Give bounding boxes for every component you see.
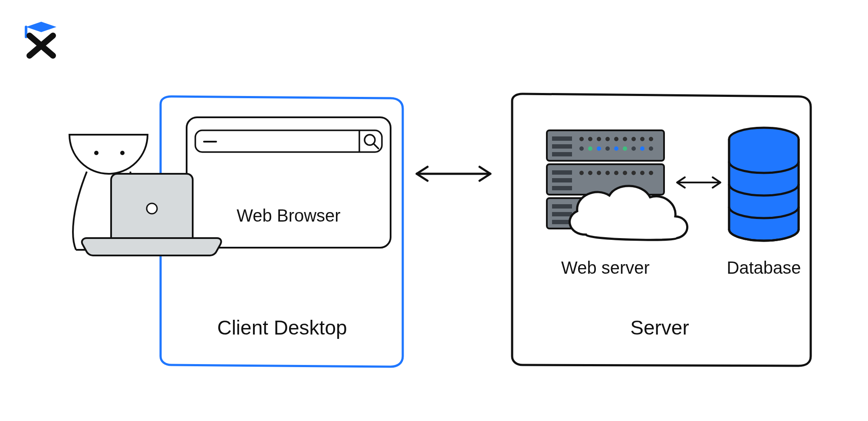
laptop-icon bbox=[82, 174, 221, 255]
svg-point-16 bbox=[597, 137, 601, 141]
database-label: Database bbox=[727, 258, 801, 277]
server-box-label: Server bbox=[630, 316, 689, 339]
svg-point-29 bbox=[631, 146, 636, 151]
svg-point-18 bbox=[614, 137, 618, 141]
svg-point-22 bbox=[649, 137, 653, 141]
svg-rect-47 bbox=[552, 212, 572, 216]
svg-point-39 bbox=[605, 171, 610, 175]
svg-rect-13 bbox=[552, 152, 572, 156]
cloud-icon bbox=[570, 186, 687, 240]
browser-window: Web Browser bbox=[187, 117, 391, 248]
client-desktop-label: Client Desktop bbox=[217, 316, 347, 339]
svg-point-23 bbox=[579, 146, 584, 151]
svg-point-44 bbox=[649, 171, 653, 175]
web-server-icon: Web server bbox=[547, 130, 687, 277]
svg-point-7 bbox=[120, 151, 125, 155]
svg-rect-33 bbox=[552, 170, 572, 175]
svg-point-41 bbox=[623, 171, 627, 175]
svg-point-21 bbox=[640, 137, 644, 141]
database-icon: Database bbox=[727, 128, 801, 277]
svg-point-15 bbox=[588, 137, 592, 141]
svg-rect-11 bbox=[552, 136, 572, 141]
svg-point-40 bbox=[614, 171, 618, 175]
svg-point-42 bbox=[631, 171, 636, 175]
svg-line-5 bbox=[374, 144, 378, 149]
client-server-arrow-icon bbox=[417, 167, 490, 181]
user-with-laptop-icon bbox=[69, 135, 221, 255]
diagram-canvas: Client Desktop Web Browser bbox=[0, 0, 868, 421]
svg-point-26 bbox=[605, 146, 610, 151]
svg-rect-1 bbox=[195, 130, 382, 152]
svg-rect-35 bbox=[552, 186, 572, 190]
svg-point-17 bbox=[605, 137, 610, 141]
svg-point-8 bbox=[147, 203, 157, 214]
svg-point-27 bbox=[614, 146, 618, 151]
svg-point-43 bbox=[640, 171, 644, 175]
web-browser-label: Web Browser bbox=[237, 206, 340, 225]
svg-point-28 bbox=[623, 146, 627, 151]
svg-point-20 bbox=[631, 137, 636, 141]
svg-point-25 bbox=[597, 146, 601, 151]
svg-point-24 bbox=[588, 146, 592, 151]
svg-point-36 bbox=[579, 171, 584, 175]
svg-rect-46 bbox=[552, 204, 572, 209]
logo-icon bbox=[26, 22, 56, 56]
svg-point-6 bbox=[94, 151, 99, 155]
svg-point-19 bbox=[623, 137, 627, 141]
svg-point-30 bbox=[640, 146, 644, 151]
server-db-arrow-icon bbox=[677, 177, 720, 188]
search-icon bbox=[365, 135, 378, 149]
web-server-label: Web server bbox=[561, 258, 650, 277]
svg-point-14 bbox=[579, 137, 584, 141]
svg-rect-12 bbox=[552, 144, 572, 149]
svg-point-31 bbox=[649, 146, 653, 151]
svg-point-38 bbox=[597, 171, 601, 175]
svg-rect-34 bbox=[552, 178, 572, 182]
svg-point-37 bbox=[588, 171, 592, 175]
client-desktop-box: Client Desktop bbox=[161, 96, 403, 367]
